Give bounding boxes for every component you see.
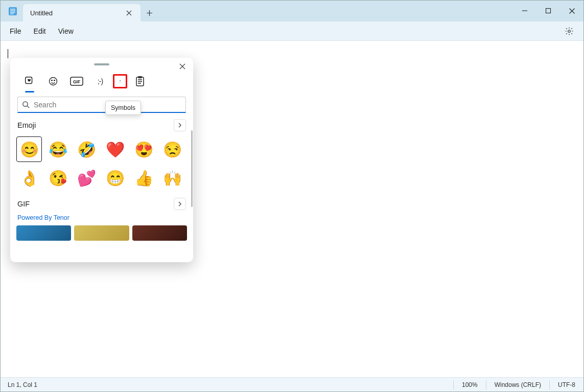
- emoji-item[interactable]: 😁: [102, 165, 128, 191]
- svg-text:+: +: [120, 81, 121, 83]
- svg-point-9: [50, 78, 57, 85]
- emoji-item[interactable]: 👌: [16, 165, 42, 191]
- gif-section-title: GIF: [17, 200, 30, 208]
- tenor-attribution[interactable]: Powered By Tenor: [16, 212, 187, 225]
- gif-thumbnail[interactable]: [132, 225, 187, 241]
- notepad-app-icon: [8, 6, 18, 16]
- menu-edit[interactable]: Edit: [28, 24, 52, 38]
- emoji-item[interactable]: 💕: [74, 165, 99, 191]
- svg-rect-6: [546, 9, 551, 13]
- drag-handle-icon: [94, 63, 109, 65]
- search-icon: [22, 101, 30, 108]
- tab-close-button[interactable]: [122, 6, 135, 19]
- maximize-button[interactable]: [536, 1, 560, 21]
- gif-section-expand[interactable]: [174, 198, 186, 210]
- svg-text:GIF: GIF: [73, 79, 80, 84]
- emoji-item[interactable]: 👍: [131, 165, 156, 191]
- svg-line-24: [27, 106, 29, 108]
- scrollbar-thumb[interactable]: [191, 130, 193, 207]
- close-window-button[interactable]: [560, 1, 583, 21]
- gif-row: [16, 225, 187, 241]
- status-position: Ln 1, Col 1: [1, 381, 44, 388]
- menu-file[interactable]: File: [4, 24, 28, 38]
- emoji-item[interactable]: 🙌: [159, 165, 185, 191]
- search-row: [10, 91, 193, 115]
- emoji-item[interactable]: 😒: [159, 136, 185, 162]
- tab-kaomoji[interactable]: ;-): [93, 74, 107, 88]
- svg-text:Δ: Δ: [119, 81, 120, 83]
- svg-point-23: [23, 102, 28, 106]
- svg-point-7: [568, 30, 571, 32]
- document-tab[interactable]: Untitled: [23, 4, 141, 21]
- svg-point-11: [54, 80, 55, 81]
- window-controls: [513, 1, 583, 21]
- tab-emoji[interactable]: [46, 74, 60, 88]
- status-encoding[interactable]: UTF-8: [550, 381, 583, 388]
- statusbar: Ln 1, Col 1 100% Windows (CRLF) UTF-8: [1, 377, 583, 391]
- gif-section-header: GIF: [16, 196, 187, 212]
- tab-clipboard[interactable]: [133, 74, 147, 88]
- titlebar: Untitled: [1, 1, 583, 21]
- emoji-picker-panel: GIF ;-) %ʊΔ+ Symbols Emoji 😊 😂 🤣: [10, 58, 193, 262]
- menubar: File Edit View: [1, 21, 583, 41]
- settings-button[interactable]: [561, 23, 577, 39]
- tab-symbols[interactable]: %ʊΔ+: [113, 74, 127, 88]
- tab-gif[interactable]: GIF: [69, 74, 84, 88]
- minimize-button[interactable]: [513, 1, 536, 21]
- emoji-item[interactable]: 😂: [45, 136, 71, 162]
- panel-drag-area[interactable]: [10, 58, 193, 68]
- svg-point-10: [52, 80, 53, 81]
- emoji-section-header: Emoji: [16, 117, 187, 133]
- tab-recent[interactable]: [22, 74, 37, 88]
- text-caret: [8, 49, 8, 58]
- search-box[interactable]: [17, 97, 186, 113]
- tab-title: Untitled: [30, 9, 122, 17]
- menu-view[interactable]: View: [52, 24, 80, 38]
- emoji-item[interactable]: 😍: [131, 136, 156, 162]
- emoji-item[interactable]: 🤣: [74, 136, 99, 162]
- status-zoom[interactable]: 100%: [454, 381, 486, 388]
- gif-thumbnail[interactable]: [16, 225, 71, 241]
- emoji-grid: 😊 😂 🤣 ❤️ 😍 😒 👌 😘 💕 😁 👍 🙌: [16, 133, 187, 196]
- new-tab-button[interactable]: [141, 4, 158, 21]
- panel-body[interactable]: Emoji 😊 😂 🤣 ❤️ 😍 😒 👌 😘 💕 😁 👍 🙌 GIF: [10, 115, 193, 262]
- status-line-ending[interactable]: Windows (CRLF): [486, 381, 549, 388]
- symbols-tooltip: Symbols: [105, 101, 141, 115]
- emoji-item[interactable]: 😘: [45, 165, 71, 191]
- emoji-section-title: Emoji: [17, 121, 36, 129]
- emoji-section-expand[interactable]: [174, 119, 186, 131]
- emoji-item[interactable]: 😊: [16, 136, 42, 162]
- gif-thumbnail[interactable]: [74, 225, 129, 241]
- panel-category-tabs: GIF ;-) %ʊΔ+: [10, 68, 193, 91]
- emoji-item[interactable]: ❤️: [102, 136, 128, 162]
- panel-close-button[interactable]: [176, 60, 189, 73]
